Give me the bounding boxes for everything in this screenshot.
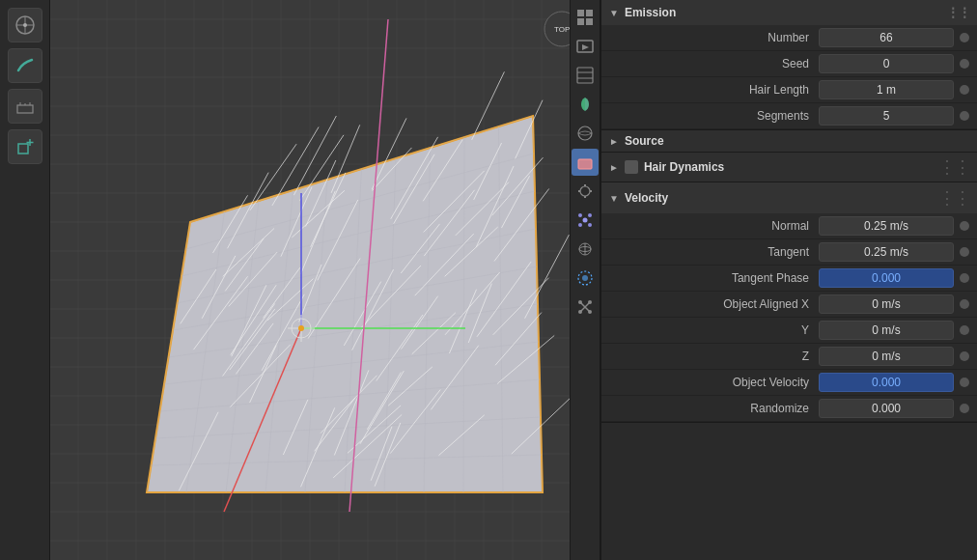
sidebar-icon-object[interactable] (572, 149, 599, 176)
segments-dot[interactable] (960, 111, 969, 121)
object-aligned-x-value[interactable]: 0 m/s (819, 294, 954, 314)
left-toolbar (0, 0, 50, 560)
svg-rect-21 (578, 159, 592, 169)
source-header[interactable]: ► Source (601, 130, 977, 152)
source-title: Source (625, 134, 664, 148)
measure-tool[interactable] (8, 89, 42, 124)
randomize-label: Randomize (617, 402, 819, 415)
velocity-title: Velocity (625, 191, 668, 205)
emission-title: Emission (625, 6, 676, 19)
svg-point-43 (588, 310, 592, 314)
hair-dynamics-header[interactable]: ► Hair Dynamics ⋮⋮ (601, 153, 977, 182)
source-section: ► Source (601, 130, 977, 153)
number-row: Number 66 (601, 25, 977, 51)
emission-arrow: ▼ (609, 8, 619, 18)
sidebar-icon-output[interactable] (572, 33, 599, 60)
hair-dynamics-drag-handle: ⋮⋮ (938, 156, 969, 178)
object-aligned-x-row: Object Aligned X 0 m/s (601, 292, 977, 318)
svg-point-31 (588, 223, 592, 227)
hair-length-row: Hair Length 1 m (601, 77, 977, 103)
segments-value[interactable]: 5 (819, 106, 954, 126)
svg-point-29 (588, 213, 592, 217)
segments-row: Segments 5 (601, 103, 977, 129)
viewport[interactable] (50, 0, 570, 560)
randomize-row: Randomize 0.000 (601, 396, 977, 422)
svg-point-30 (578, 223, 582, 227)
object-velocity-value[interactable]: 0.000 (819, 373, 954, 392)
svg-point-32 (583, 218, 588, 223)
svg-point-37 (582, 275, 588, 281)
draw-tool[interactable] (8, 48, 42, 83)
hair-length-dot[interactable] (960, 85, 969, 95)
svg-marker-16 (582, 44, 589, 50)
svg-point-20 (578, 126, 592, 140)
sidebar-icon-scene[interactable] (572, 91, 599, 118)
svg-point-28 (578, 213, 582, 217)
hair-length-value[interactable]: 1 m (819, 80, 954, 99)
randomize-dot[interactable] (960, 404, 969, 413)
normal-dot[interactable] (960, 221, 969, 231)
sidebar-icon-constraints[interactable] (572, 265, 599, 292)
object-velocity-dot[interactable] (960, 378, 969, 387)
normal-label: Normal (617, 219, 819, 233)
object-aligned-y-dot[interactable] (960, 325, 969, 335)
sidebar-icon-world[interactable] (572, 120, 599, 147)
object-aligned-z-label: Z (617, 350, 819, 363)
svg-point-3 (23, 23, 27, 27)
emission-header[interactable]: ▼ Emission ⋮⋮ (601, 0, 977, 25)
segments-label: Segments (617, 109, 819, 123)
seed-dot[interactable] (960, 59, 969, 69)
svg-rect-11 (577, 10, 584, 16)
hair-length-label: Hair Length (617, 83, 819, 97)
tangent-row: Tangent 0.25 m/s (601, 239, 977, 266)
hair-dynamics-arrow: ► (609, 162, 619, 173)
tangent-phase-value[interactable]: 0.000 (819, 268, 954, 288)
object-aligned-y-value[interactable]: 0 m/s (819, 321, 954, 340)
number-dot[interactable] (960, 33, 969, 42)
sidebar-icon-particles[interactable] (572, 207, 599, 234)
sidebar-icon-render[interactable] (572, 4, 599, 31)
sidebar-icon-view-layer[interactable] (572, 62, 599, 89)
viewport-canvas (50, 0, 570, 560)
object-aligned-x-dot[interactable] (960, 299, 969, 309)
velocity-header[interactable]: ▼ Velocity ⋮⋮ (601, 182, 977, 213)
seed-label: Seed (617, 57, 819, 70)
object-aligned-y-row: Y 0 m/s (601, 318, 977, 344)
object-velocity-label: Object Velocity (617, 376, 819, 389)
seed-row: Seed 0 (601, 51, 977, 77)
properties-panel: ▼ Emission ⋮⋮ Number 66 Seed 0 Hair Leng… (600, 0, 977, 560)
hair-dynamics-title: Hair Dynamics (644, 160, 724, 174)
object-aligned-z-value[interactable]: 0 m/s (819, 347, 954, 366)
emission-section: ▼ Emission ⋮⋮ Number 66 Seed 0 Hair Leng… (601, 0, 977, 130)
tangent-label: Tangent (617, 245, 819, 259)
object-aligned-z-row: Z 0 m/s (601, 344, 977, 370)
hair-dynamics-checkbox[interactable] (625, 160, 638, 174)
tangent-phase-row: Tangent Phase 0.000 (601, 266, 977, 292)
transform-tool[interactable] (8, 8, 42, 42)
object-aligned-z-dot[interactable] (960, 351, 969, 361)
sidebar-icon-physics[interactable] (572, 236, 599, 263)
tangent-dot[interactable] (960, 247, 969, 257)
tangent-phase-dot[interactable] (960, 273, 969, 283)
normal-row: Normal 0.25 m/s (601, 213, 977, 239)
svg-rect-13 (577, 18, 584, 25)
sidebar-icon-modifier[interactable] (572, 178, 599, 205)
number-label: Number (617, 31, 819, 44)
normal-value[interactable]: 0.25 m/s (819, 216, 954, 236)
velocity-arrow: ▼ (609, 193, 619, 204)
tangent-value[interactable]: 0.25 m/s (819, 242, 954, 262)
randomize-value[interactable]: 0.000 (819, 399, 954, 418)
svg-point-41 (588, 300, 592, 304)
add-object-tool[interactable] (8, 129, 42, 164)
sidebar-icon-object-data[interactable] (572, 294, 599, 321)
svg-point-40 (578, 300, 582, 304)
hair-dynamics-section: ► Hair Dynamics ⋮⋮ (601, 153, 977, 182)
svg-rect-4 (17, 105, 33, 113)
source-arrow: ► (609, 136, 619, 147)
emission-drag-handle: ⋮⋮ (946, 5, 969, 20)
tangent-phase-label: Tangent Phase (617, 271, 819, 285)
object-aligned-x-label: Object Aligned X (617, 297, 819, 311)
number-value[interactable]: 66 (819, 28, 954, 47)
svg-rect-12 (586, 10, 593, 16)
seed-value[interactable]: 0 (819, 54, 954, 73)
